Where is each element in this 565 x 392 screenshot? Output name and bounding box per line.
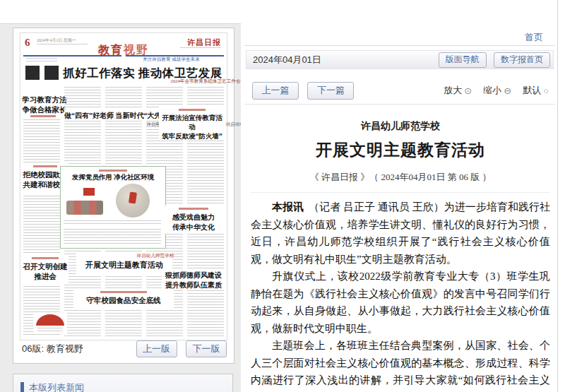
article-content: 许昌幼儿师范学校 开展文明主题教育活动 《 许昌日报 》（ 2024年04月01… (251, 107, 550, 392)
page-right-divider (557, 0, 558, 392)
red-arch-logo (36, 314, 64, 326)
divider (244, 45, 555, 46)
text-placeholder (180, 47, 221, 50)
article-panel: 首页 2024年04月01日 版面导航 数字报首页 上一篇 下一篇 放大⊙ 缩小… (241, 0, 557, 392)
zoom-in-label: 放大 (444, 84, 462, 97)
text-placeholder (64, 229, 161, 244)
lead-label: 本报讯 (272, 201, 304, 213)
np-headline-party: 发挥党员作用 净化社区环境 (61, 173, 165, 182)
np-headline-current-article[interactable]: 许昌幼儿师范学校 开展文明主题教育活动 (76, 252, 172, 276)
qr-code (43, 64, 60, 81)
layout-nav-button[interactable]: 版面导航 (439, 52, 487, 68)
np-headline-law[interactable]: 开展法治宣传教育活动 筑牢反欺凌“防火墙” (159, 107, 225, 139)
np-pager-row: 06版: 教育视野 上一版 下一版 (22, 340, 227, 358)
np-masthead: 许昌日报 (187, 37, 221, 48)
zoom-default-label: 默认 (523, 84, 541, 97)
text-placeholder (23, 119, 60, 337)
prev-page-button[interactable]: 上一版 (136, 340, 177, 357)
np-slogan: 关注许昌教育 成就学生未来 (143, 56, 200, 62)
text-placeholder (64, 220, 161, 226)
np-kicker-placeholder (33, 165, 57, 167)
np-kicker-placeholder (99, 170, 127, 172)
text-placeholder (37, 328, 63, 331)
article-paragraph: 升旗仪式上，该校2022级学前教育专业大专（3）班学生巩静怡在题为《践行社会主义… (251, 268, 550, 337)
article-body: 本报讯（记者 吕正子 通讯员 王欣）为进一步培育和践行社会主义核心价值观，培养学… (251, 198, 550, 392)
article-paragraph: 主题班会上，各班班主任结合典型案例，从国家、社会、个人三个层面对社会主义核心价值… (251, 337, 550, 392)
np-headline-ethics[interactable]: 狠抓师德师风建设 提升教师队伍素质 (162, 269, 225, 290)
newspaper-thumbnail[interactable]: 6 2024年4月1日 星期一 教育视野 许昌日报 关注许昌教育 成就学生未来 … (20, 32, 227, 340)
next-page-button[interactable]: 下一版 (186, 340, 227, 357)
section-list-panel: 本版列表新闻 (13, 374, 233, 392)
list-title-marker (20, 382, 24, 392)
qr-code (24, 64, 41, 81)
digital-home-button[interactable]: 数字报首页 (494, 52, 550, 68)
newspaper-page-box: 6 2024年4月1日 星期一 教育视野 许昌日报 关注许昌教育 成就学生未来 … (13, 28, 234, 364)
next-article-button[interactable]: 下一篇 (307, 82, 354, 100)
np-kicker-placeholder (32, 257, 59, 259)
red-vest-shape (129, 191, 137, 203)
red-flag-shape (83, 188, 95, 196)
article-source-line: 《 许昌日报 》（ 2024年04月01日 第 06 版 ） (251, 171, 550, 184)
np-headline-teacher[interactable]: 做“四有”好老师 当新时代“大先生” 许昌电气职业学院举行师德主题教育活动启动仪… (64, 109, 160, 121)
zoom-out-label: 缩小 (483, 84, 501, 97)
np-kicker-placeholder (179, 208, 208, 210)
zoom-default-control[interactable]: 默认○ (523, 84, 549, 97)
np-headline-opera[interactable]: 感受戏曲魅力 传承中华文化 (162, 206, 225, 234)
issue-date: 2024年04月01日 (253, 54, 321, 66)
home-link[interactable]: 首页 (525, 31, 543, 44)
left-sidebar: 6 2024年4月1日 星期一 教育视野 许昌日报 关注许昌教育 成就学生未来 … (0, 23, 241, 392)
divider (251, 192, 550, 193)
date-toolbar: 2024年04月01日 版面导航 数字报首页 (246, 50, 554, 69)
article-nav-row: 上一篇 下一篇 放大⊙ 缩小⊖ 默认○ (252, 81, 549, 100)
zoom-controls: 放大⊙ 缩小⊖ 默认○ (432, 84, 549, 97)
zoom-out-icon: ⊖ (504, 85, 511, 96)
page-label: 06版: 教育视野 (22, 343, 83, 355)
text-placeholder (26, 58, 57, 63)
np-kicker-placeholder (30, 115, 56, 117)
list-title: 本版列表新闻 (29, 381, 84, 392)
np-slogan-rule: 关注许昌教育 成就学生未来 (23, 55, 224, 57)
np-photo-box[interactable]: 发挥党员作用 净化社区环境 (60, 166, 166, 249)
prev-article-button[interactable]: 上一篇 (252, 82, 299, 100)
np-headline-study[interactable]: 学习教育方法 争做合格家长 (22, 94, 67, 115)
np-headline-food[interactable]: 守牢校园食品安全底线 (73, 289, 174, 310)
zoom-out-control[interactable]: 缩小⊖ (483, 84, 511, 97)
np-logo-block (33, 313, 67, 334)
article-title: 开展文明主题教育活动 (251, 139, 550, 161)
figures-shape (66, 201, 103, 215)
photo-volunteer-sweeping (116, 184, 150, 218)
np-kicker-placeholder (100, 291, 147, 293)
divider (244, 104, 555, 105)
zoom-in-icon: ⊙ (464, 85, 472, 96)
article-paragraph: 本报讯（记者 吕正子 通讯员 王欣）为进一步培育和践行社会主义核心价值观，培养学… (251, 198, 550, 268)
article-kicker: 许昌幼儿师范学校 (251, 120, 550, 133)
zoom-in-control[interactable]: 放大⊙ (444, 84, 472, 97)
photo-community-room (62, 185, 110, 218)
np-headline-civil[interactable]: 召开文明创建 推进会 (22, 255, 69, 285)
zoom-default-icon: ○ (543, 85, 549, 96)
np-kicker-placeholder (179, 109, 206, 111)
